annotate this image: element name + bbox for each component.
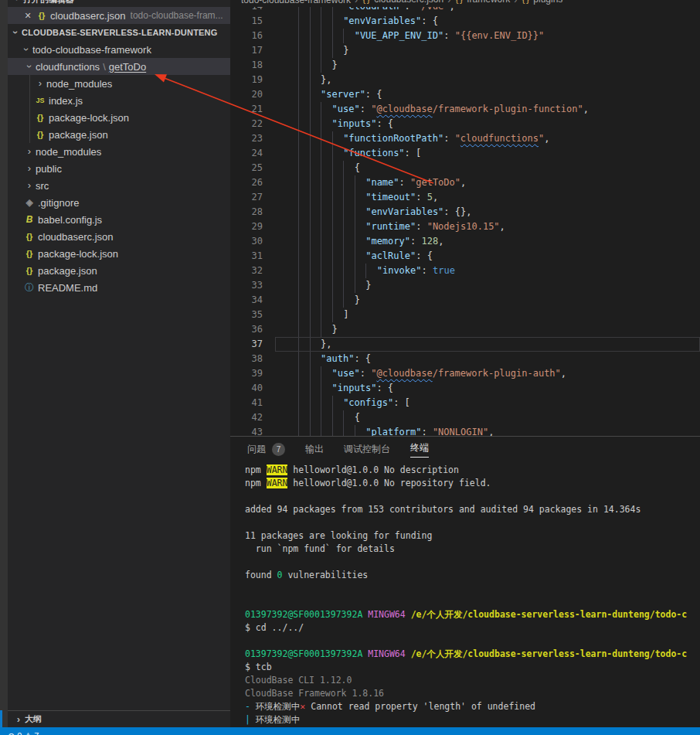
chevron-down-icon: › [21, 60, 38, 73]
code-line: 19}, [230, 73, 700, 87]
gutter-padding [263, 29, 298, 43]
terminal-output[interactable]: npm WARN helloworld@1.0.0 No description… [230, 462, 700, 726]
line-number: 37 [230, 337, 263, 352]
panel-tab-item[interactable]: 问题7 [247, 443, 285, 456]
breadcrumb-item[interactable]: {}cloudbaserc.json [362, 0, 443, 7]
indent-guide [310, 249, 321, 264]
indent-guide [310, 396, 321, 410]
tree-item[interactable]: ›node_modules [8, 75, 230, 92]
indent-guide [298, 190, 310, 205]
tree-item[interactable]: ⓘREADME.md [8, 279, 230, 296]
indent-guide [321, 190, 332, 205]
gutter-padding [263, 249, 298, 264]
json-file-icon: {} [23, 266, 36, 275]
terminal-line: added 94 packages from 153 contributors … [245, 503, 700, 516]
js-file-icon: JS [34, 97, 46, 104]
workspace-root-header[interactable]: › CLOUDBASE-SERVERLESS-LEARN-DUNTENG [8, 24, 230, 41]
code-token: : [443, 133, 454, 144]
line-number: 20 [230, 87, 263, 102]
open-editors-label: 打开的编辑器 [23, 0, 74, 4]
tree-item[interactable]: ›todo-cloudbase-framework [8, 41, 230, 58]
code-token: { [355, 412, 360, 423]
terminal-token: CloudBase CLI 1.12.0 [245, 675, 352, 686]
panel-tab-item[interactable]: 调试控制台 [344, 443, 390, 456]
tree-item[interactable]: {}cloudbaserc.json [8, 228, 230, 245]
gutter-padding [263, 264, 298, 278]
panel-tab-terminal-active[interactable]: 终端 [410, 441, 429, 458]
tree-item[interactable]: {}package-lock.json [8, 245, 230, 262]
terminal-token: Cannot read property 'length' of undefin… [311, 701, 535, 712]
indent-guide [355, 190, 366, 205]
code-token: , [488, 427, 494, 436]
code-token: "configs" [343, 397, 393, 408]
terminal-line: CloudBase CLI 1.12.0 [245, 674, 700, 687]
code-token: : [ [393, 397, 410, 408]
indent-guide [343, 278, 355, 293]
code-token: "use" [332, 368, 360, 379]
breadcrumb-item[interactable]: {}framework [454, 0, 510, 7]
tree-item[interactable]: {}package-lock.json [8, 109, 230, 126]
gutter-padding [263, 14, 298, 29]
problems-status[interactable]: ⊗ 0 ⚠ 7 [0, 727, 700, 735]
panel-tab-bar: 问题7输出调试控制台终端 [230, 437, 700, 462]
activity-bar[interactable] [0, 0, 8, 727]
breadcrumb-item[interactable]: todo-cloudbase-framework [241, 0, 351, 7]
indent-guide [332, 308, 344, 322]
code-line: 31"aclRule": { [230, 249, 700, 264]
indent-guide [310, 205, 321, 219]
indent-guide [321, 322, 332, 337]
gutter-padding [263, 322, 298, 337]
tree-item[interactable]: ›cloudfunctions\getToDo [8, 58, 230, 75]
terminal-token: WARN [267, 464, 288, 475]
code-token: : { [354, 353, 371, 364]
panel-tab-item[interactable]: 输出 [305, 443, 324, 456]
open-editor-item[interactable]: ✕ {} cloudbaserc.json todo-cloudbase-fra… [8, 7, 230, 24]
code-line: 20"server": { [230, 87, 700, 102]
tree-item-label: README.md [38, 282, 97, 294]
tree-item[interactable]: ›src [8, 177, 230, 194]
indent-guide [343, 29, 355, 43]
code-token: ] [343, 309, 348, 320]
indent-guide [310, 410, 321, 425]
gutter-padding [263, 205, 298, 219]
code-text: } [355, 293, 360, 308]
code-editor[interactable]: 14"cloudPath": "/vue",15"envVariables": … [230, 0, 700, 436]
tree-item[interactable]: ◈.gitignore [8, 194, 230, 211]
code-line: 40"inputs": { [230, 381, 700, 396]
open-editors-header[interactable]: ›打开的编辑器 [8, 0, 230, 7]
code-token: @cloudbase [376, 104, 432, 114]
tree-item[interactable]: ›public [8, 160, 230, 177]
outline-section-header[interactable]: › 大纲 [8, 710, 230, 727]
indent-guide [298, 219, 310, 234]
breadcrumb-item[interactable]: {}plugins [521, 0, 562, 7]
tree-item[interactable]: {}package.json [8, 126, 230, 143]
tree-item[interactable]: Bbabel.config.js [8, 211, 230, 228]
line-number: 33 [230, 278, 263, 293]
breadcrumb[interactable]: todo-cloudbase-framework›{}cloudbaserc.j… [230, 0, 700, 7]
indent-guide [321, 14, 332, 29]
line-number: 27 [230, 190, 263, 205]
code-token: : { [376, 383, 393, 393]
code-token: } [332, 324, 338, 335]
indent-guide [343, 234, 355, 249]
tree-item[interactable]: JSindex.js [8, 92, 230, 109]
indent-guide [332, 43, 344, 58]
tree-item[interactable]: {}package.json [8, 262, 230, 279]
chevron-right-icon: › [23, 160, 36, 177]
tree-item[interactable]: ›node_modules [8, 143, 230, 160]
gutter-padding [263, 87, 298, 102]
indent-guide [298, 146, 310, 161]
status-bar[interactable]: ⊗ 0 ⚠ 7 [0, 727, 700, 735]
path-separator: \ [103, 61, 106, 73]
code-text: }, [321, 73, 331, 87]
code-token: , [500, 221, 505, 232]
indent-guide [310, 43, 321, 58]
line-number: 42 [230, 410, 263, 425]
chevron-right-icon: › [34, 75, 46, 92]
code-token: { [355, 162, 360, 173]
terminal-token: - [245, 701, 256, 712]
indent-guide [332, 249, 344, 264]
indent-guide [321, 381, 332, 396]
close-icon[interactable]: ✕ [22, 11, 34, 21]
terminal-token: vulnerabilities [282, 570, 368, 580]
